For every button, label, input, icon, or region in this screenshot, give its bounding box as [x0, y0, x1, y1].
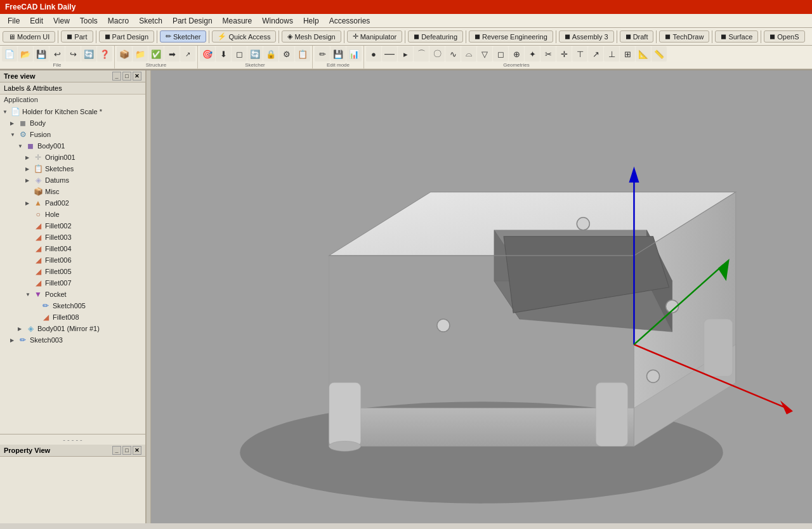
- viewport[interactable]: [151, 70, 812, 523]
- wb-btn-opens[interactable]: ◼OpenS: [764, 30, 804, 42]
- tb-struct2[interactable]: 📁: [133, 46, 148, 62]
- menu-item-tools[interactable]: Tools: [75, 15, 103, 27]
- wb-btn-quick-access[interactable]: ⚡Quick Access: [212, 30, 276, 42]
- menu-item-accessories[interactable]: Accessories: [324, 15, 376, 27]
- tree-close-btn[interactable]: ✕: [133, 72, 141, 81]
- tb-g14[interactable]: ⊤: [572, 46, 587, 62]
- svg-marker-24: [629, 167, 639, 183]
- tree-item-sketch003[interactable]: ▶✏Sketch003: [0, 334, 145, 346]
- tree-item-sketches[interactable]: ▶📋Sketches: [0, 163, 145, 174]
- wb-btn-manipulator[interactable]: ✛Manipulator: [347, 30, 402, 42]
- tb-redo[interactable]: ↪: [65, 46, 81, 62]
- tb-g5[interactable]: 〇: [429, 46, 445, 62]
- menu-item-file[interactable]: File: [3, 15, 25, 27]
- tb-g13[interactable]: ✛: [556, 46, 572, 62]
- tb-g18[interactable]: 📐: [636, 46, 651, 62]
- tb-g1[interactable]: ●: [366, 46, 381, 62]
- tree-item-body[interactable]: ▶◼Body: [0, 117, 145, 129]
- wb-btn-defeaturing[interactable]: ◼Defeaturing: [408, 30, 463, 42]
- prop-minimize-btn[interactable]: _: [112, 446, 121, 455]
- tree-item-datums[interactable]: ▶◈Datums: [0, 174, 145, 186]
- menu-item-part-design[interactable]: Part Design: [167, 15, 218, 27]
- tb-g8[interactable]: ▽: [477, 46, 492, 62]
- tb-struct3[interactable]: ✅: [148, 46, 164, 62]
- menu-item-view[interactable]: View: [48, 15, 75, 27]
- tb-refresh[interactable]: 🔄: [81, 46, 96, 62]
- tb-sk6[interactable]: ⚙: [279, 46, 294, 62]
- tree-item-hole[interactable]: ○Hole: [0, 209, 145, 220]
- tb-sk3[interactable]: ◻: [232, 46, 247, 62]
- wb-btn-draft[interactable]: ◼Draft: [620, 30, 654, 42]
- wb-btn-part[interactable]: ◼Part: [61, 30, 93, 42]
- tb-struct5[interactable]: ↗: [180, 46, 195, 62]
- tb-help[interactable]: ❓: [97, 46, 112, 62]
- menu-item-windows[interactable]: Windows: [257, 15, 298, 27]
- tb-save[interactable]: 💾: [34, 46, 49, 62]
- tb-g3[interactable]: ▸: [398, 46, 413, 62]
- prop-restore-btn[interactable]: □: [122, 446, 131, 455]
- tree-icon-body: ◼: [18, 118, 28, 128]
- wb-btn-mesh-design[interactable]: ◈Mesh Design: [282, 30, 341, 42]
- tb-g11[interactable]: ✦: [525, 46, 540, 62]
- wb-btn-techdraw[interactable]: ◼TechDraw: [659, 30, 709, 42]
- tb-g9[interactable]: ◻: [493, 46, 508, 62]
- tb-g17[interactable]: ⊞: [620, 46, 635, 62]
- tb-g7[interactable]: ⌓: [461, 46, 476, 62]
- wb-btn-modern-ui[interactable]: 🖥Modern UI: [3, 31, 55, 42]
- tree-item-origin001[interactable]: ▶✛Origin001: [0, 152, 145, 163]
- tree-item-fillet007[interactable]: ◢Fillet007: [0, 277, 145, 289]
- wb-btn-surface[interactable]: ◼Surface: [715, 30, 758, 42]
- tb-struct4[interactable]: ➡: [164, 46, 180, 62]
- tree-item-fillet002[interactable]: ◢Fillet002: [0, 220, 145, 232]
- tb-sk4[interactable]: 🔄: [247, 46, 263, 62]
- tree-item-body001[interactable]: ▼◼Body001: [0, 140, 145, 152]
- tree-item-pad002[interactable]: ▶▲Pad002: [0, 197, 145, 209]
- tree-item-fillet006[interactable]: ◢Fillet006: [0, 254, 145, 266]
- tb-g16[interactable]: ⊥: [604, 46, 619, 62]
- tb-g4[interactable]: ⌒: [414, 46, 429, 62]
- tb-sk1[interactable]: 🎯: [200, 46, 215, 62]
- tree-content[interactable]: ▼📄Holder for Kitchen Scale *▶◼Body▼⚙Fusi…: [0, 105, 145, 434]
- tree-item-pocket[interactable]: ▼▼Pocket: [0, 289, 145, 300]
- menu-item-edit[interactable]: Edit: [25, 15, 48, 27]
- tree-item-fillet004[interactable]: ◢Fillet004: [0, 243, 145, 254]
- tree-item-root[interactable]: ▼📄Holder for Kitchen Scale *: [0, 106, 145, 117]
- menu-item-help[interactable]: Help: [298, 15, 324, 27]
- tb-g2[interactable]: —: [382, 46, 397, 62]
- tree-minimize-btn[interactable]: _: [112, 72, 121, 81]
- toolbar-area: 📄 📂 💾 ↩ ↪ 🔄 ❓ File 📦 📁 ✅ ➡ ↗ Structure: [0, 46, 812, 70]
- tree-item-fillet005[interactable]: ◢Fillet005: [0, 266, 145, 277]
- tb-sk5[interactable]: 🔒: [263, 46, 278, 62]
- menu-item-macro[interactable]: Macro: [103, 15, 134, 27]
- tree-restore-btn[interactable]: □: [122, 72, 131, 81]
- tb-sk7[interactable]: 📋: [295, 46, 310, 62]
- tb-g10[interactable]: ⊕: [509, 46, 524, 62]
- tree-item-fillet008[interactable]: ◢Fillet008: [0, 311, 145, 323]
- resize-handle[interactable]: [146, 70, 151, 523]
- tb-em1[interactable]: ✏: [315, 46, 330, 62]
- tree-item-sketch005[interactable]: ✏Sketch005: [0, 300, 145, 311]
- menu-item-sketch[interactable]: Sketch: [134, 15, 167, 27]
- tb-new[interactable]: 📄: [2, 46, 17, 62]
- tree-item-body001mirror[interactable]: ▶◈Body001 (Mirror #1): [0, 323, 145, 334]
- wb-btn-part-design[interactable]: ◼Part Design: [99, 30, 154, 42]
- wb-btn-sketcher[interactable]: ✏Sketcher: [160, 30, 206, 42]
- tree-item-fusion[interactable]: ▼⚙Fusion: [0, 129, 145, 140]
- tb-g12[interactable]: ✂: [540, 46, 556, 62]
- tb-open[interactable]: 📂: [18, 46, 33, 62]
- tb-g6[interactable]: ∿: [445, 46, 461, 62]
- tb-sk2[interactable]: ⬇: [216, 46, 231, 62]
- tb-struct1[interactable]: 📦: [117, 46, 132, 62]
- tree-item-fillet003[interactable]: ◢Fillet003: [0, 232, 145, 243]
- tb-em2[interactable]: 💾: [331, 46, 346, 62]
- menu-item-measure[interactable]: Measure: [218, 15, 258, 27]
- wb-btn-assembly-3[interactable]: ◼Assembly 3: [559, 30, 614, 42]
- prop-close-btn[interactable]: ✕: [133, 446, 141, 455]
- tb-undo[interactable]: ↩: [49, 46, 65, 62]
- tree-item-misc[interactable]: 📦Misc: [0, 186, 145, 197]
- tree-text-misc: Misc: [45, 188, 60, 195]
- wb-btn-reverse-engineering[interactable]: ◼Reverse Engineering: [469, 30, 553, 42]
- tb-em3[interactable]: 📊: [346, 46, 362, 62]
- tb-g15[interactable]: ↗: [588, 46, 603, 62]
- tb-g19[interactable]: 📏: [652, 46, 667, 62]
